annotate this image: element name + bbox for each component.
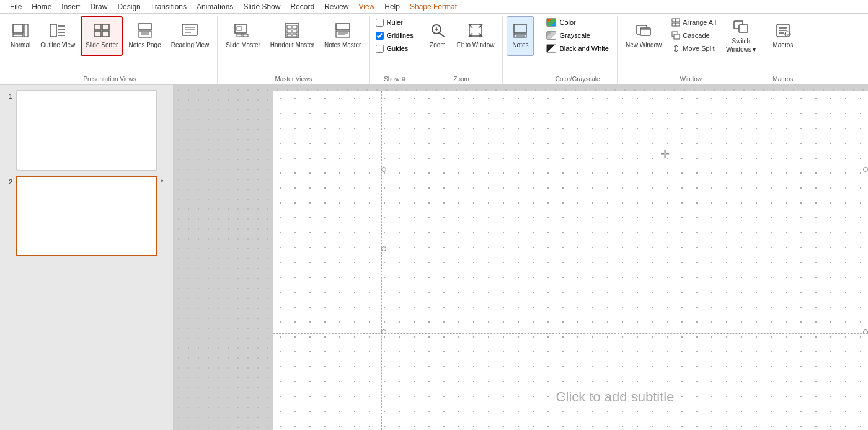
slide-master-icon bbox=[234, 23, 252, 40]
btn-notes-page[interactable]: Notes Page bbox=[124, 16, 165, 56]
group-window: New Window Arrange All Cascade Move Spli… bbox=[618, 16, 765, 84]
menu-home[interactable]: Home bbox=[27, 1, 56, 12]
window-small-btns: Arrange All Cascade Move Split bbox=[667, 16, 720, 55]
macros-group-label: Macros bbox=[768, 74, 797, 84]
fit-to-window-label: Fit to Window bbox=[457, 41, 495, 49]
btn-move-split[interactable]: Move Split bbox=[667, 42, 720, 55]
guides-checkbox[interactable] bbox=[376, 45, 384, 53]
reading-view-label: Reading View bbox=[171, 41, 210, 49]
svg-rect-29 bbox=[287, 34, 291, 37]
ruler-checkbox[interactable] bbox=[376, 19, 384, 27]
group-macros: ⚙ Macros Macros bbox=[764, 16, 801, 84]
vertical-guide bbox=[381, 91, 382, 430]
horizontal-guide-1 bbox=[273, 172, 868, 172]
svg-rect-54 bbox=[739, 25, 748, 32]
handle-tl[interactable] bbox=[381, 167, 386, 172]
handle-tr[interactable] bbox=[863, 167, 868, 172]
btn-black-white[interactable]: Black and White bbox=[542, 42, 613, 55]
svg-rect-47 bbox=[676, 19, 680, 22]
group-zoom: Zoom Fit to Window Zoom bbox=[420, 16, 503, 84]
svg-rect-8 bbox=[94, 24, 101, 30]
menu-draw[interactable]: Draw bbox=[85, 1, 112, 12]
btn-notes-master[interactable]: Notes Master bbox=[320, 16, 365, 56]
svg-rect-31 bbox=[336, 24, 350, 30]
move-split-icon bbox=[671, 44, 680, 53]
svg-rect-12 bbox=[139, 24, 151, 30]
subtitle-placeholder[interactable]: Click to add subtitle bbox=[392, 389, 838, 405]
handle-br[interactable] bbox=[863, 329, 868, 334]
checkbox-guides[interactable]: Guides bbox=[373, 42, 415, 55]
handle-ml[interactable] bbox=[381, 246, 386, 251]
switch-windows-icon bbox=[733, 19, 749, 36]
new-window-label: New Window bbox=[626, 41, 662, 49]
menu-animations[interactable]: Animations bbox=[192, 1, 238, 12]
btn-notes[interactable]: Notes bbox=[507, 16, 534, 56]
btn-fit-to-window[interactable]: Fit to Window bbox=[453, 16, 499, 56]
btn-slide-master[interactable]: Slide Master bbox=[221, 16, 265, 56]
menu-review[interactable]: Review bbox=[319, 1, 353, 12]
svg-rect-11 bbox=[102, 31, 109, 37]
btn-normal[interactable]: Normal bbox=[6, 16, 35, 56]
slide-thumbnail-2[interactable] bbox=[16, 176, 157, 256]
menu-shape-format[interactable]: Shape Format bbox=[405, 1, 462, 12]
svg-rect-0 bbox=[13, 24, 23, 33]
svg-rect-32 bbox=[336, 31, 350, 37]
notes-master-icon bbox=[334, 23, 352, 40]
reading-view-icon bbox=[181, 23, 198, 40]
menu-slideshow[interactable]: Slide Show bbox=[238, 1, 285, 12]
normal-icon bbox=[12, 23, 29, 40]
slide-number-2: 2 bbox=[5, 178, 12, 186]
horizontal-guide-2 bbox=[273, 333, 868, 334]
slide-panel: 1 2 * bbox=[0, 85, 174, 430]
slide-thumbnail-1[interactable] bbox=[16, 90, 157, 171]
menu-insert[interactable]: Insert bbox=[56, 1, 85, 12]
btn-handout-master[interactable]: Handout Master bbox=[266, 16, 319, 56]
handout-master-label: Handout Master bbox=[270, 41, 314, 49]
btn-new-window[interactable]: New Window bbox=[621, 16, 666, 56]
show-expand-icon[interactable]: ⧉ bbox=[402, 76, 405, 83]
slide-item-2: 2 * bbox=[5, 176, 168, 256]
notes-master-label: Notes Master bbox=[324, 41, 361, 49]
handle-bl[interactable] bbox=[381, 329, 386, 334]
normal-label: Normal bbox=[11, 41, 30, 49]
btn-macros[interactable]: ⚙ Macros bbox=[768, 16, 797, 56]
group-master-views: Slide Master Handou bbox=[218, 16, 370, 84]
menu-record[interactable]: Record bbox=[285, 1, 319, 12]
slide-sorter-label: Slide Sorter bbox=[86, 41, 118, 49]
menu-help[interactable]: Help bbox=[379, 1, 405, 12]
btn-zoom[interactable]: Zoom bbox=[424, 16, 451, 56]
menu-transitions[interactable]: Transitions bbox=[146, 1, 192, 12]
group-color-grayscale: Color Grayscale Black and White Color/Gr… bbox=[538, 16, 617, 84]
svg-rect-40 bbox=[514, 24, 526, 33]
menu-design[interactable]: Design bbox=[112, 1, 145, 12]
color-swatch bbox=[546, 18, 556, 27]
ribbon: Normal Outline View bbox=[0, 14, 868, 85]
macros-label: Macros bbox=[773, 41, 793, 49]
btn-switch-windows[interactable]: SwitchWindows ▾ bbox=[722, 16, 760, 56]
checkbox-ruler[interactable]: Ruler bbox=[373, 16, 415, 29]
outline-view-icon bbox=[49, 23, 66, 40]
switch-windows-label: SwitchWindows ▾ bbox=[726, 37, 756, 53]
handout-master-icon bbox=[283, 23, 301, 40]
btn-arrange-all[interactable]: Arrange All bbox=[667, 16, 720, 29]
btn-cascade[interactable]: Cascade bbox=[667, 29, 720, 42]
btn-slide-sorter[interactable]: Slide Sorter bbox=[81, 16, 123, 56]
menu-view[interactable]: View bbox=[353, 1, 379, 12]
svg-rect-25 bbox=[287, 25, 291, 29]
slide-canvas[interactable]: ✛ Click to add subtitle bbox=[273, 91, 868, 430]
new-window-icon bbox=[636, 23, 652, 40]
canvas-area[interactable]: ✛ Click to add subtitle bbox=[174, 85, 868, 430]
btn-outline-view[interactable]: Outline View bbox=[36, 16, 79, 56]
slide-number-1: 1 bbox=[5, 92, 12, 100]
zoom-label-group: Zoom bbox=[424, 74, 499, 84]
checkbox-gridlines[interactable]: Gridlines bbox=[373, 29, 415, 42]
svg-rect-22 bbox=[237, 34, 242, 37]
arrange-all-icon bbox=[671, 18, 680, 27]
btn-color[interactable]: Color bbox=[542, 16, 613, 29]
btn-reading-view[interactable]: Reading View bbox=[167, 16, 214, 56]
btn-grayscale[interactable]: Grayscale bbox=[542, 29, 613, 42]
svg-rect-28 bbox=[293, 30, 297, 33]
slide-sorter-icon bbox=[93, 23, 110, 40]
menu-file[interactable]: File bbox=[5, 1, 27, 12]
gridlines-checkbox[interactable] bbox=[376, 32, 384, 40]
